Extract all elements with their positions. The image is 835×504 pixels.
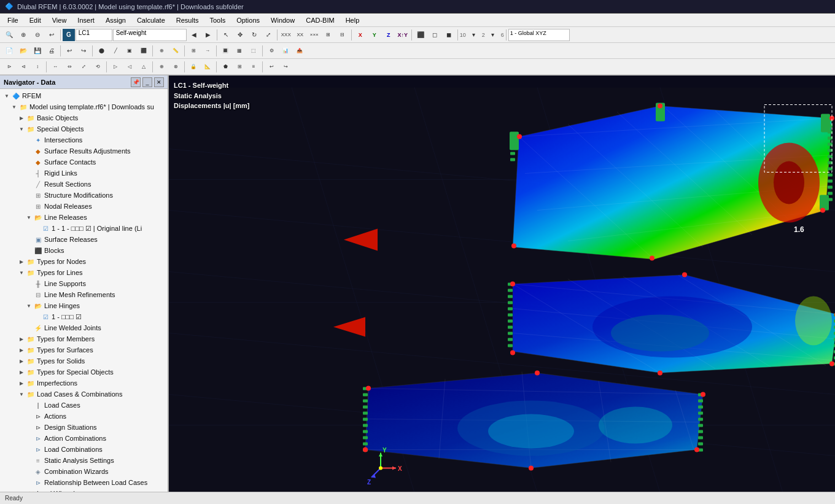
tb2-save[interactable]: 💾: [31, 44, 44, 58]
tree-toggle-imperfections[interactable]: ▶: [17, 379, 26, 387]
menu-item-assign[interactable]: Assign: [101, 15, 131, 25]
tb2-open[interactable]: 📂: [17, 44, 30, 58]
tree-item-surface-results[interactable]: ◆Surface Results Adjustments: [0, 145, 168, 157]
tb2-measure[interactable]: 📏: [169, 44, 182, 58]
tb3-btn11[interactable]: ⊕: [155, 60, 168, 74]
tb3-btn6[interactable]: ⤢: [77, 60, 90, 74]
tree-item-types-nodes[interactable]: ▶📁Types for Nodes: [0, 256, 168, 267]
tree-item-structure-mods[interactable]: ⊞Structure Modifications: [0, 190, 168, 201]
tree-toggle-design-situations[interactable]: [25, 423, 33, 432]
tb2-calc[interactable]: ⚙: [265, 44, 278, 58]
tb-xxx5[interactable]: ⊟: [336, 28, 349, 42]
tree-item-line-hinges[interactable]: ▼📂Line Hinges: [0, 300, 168, 311]
tree-toggle-model[interactable]: ▼: [10, 103, 18, 111]
tb-x-axis[interactable]: X: [354, 28, 367, 42]
tree-toggle-line-releases[interactable]: ▼: [25, 213, 33, 222]
tb-prev-lc[interactable]: ◀: [187, 28, 201, 42]
tree-toggle-load-combinations[interactable]: [25, 445, 33, 454]
tree-toggle-rigid-links[interactable]: [25, 169, 33, 177]
tree-item-types-members[interactable]: ▶📁Types for Members: [0, 333, 168, 344]
tree-item-line-release-1[interactable]: ☑1 - 1 - □□□ ☑ | Original line (Li: [0, 223, 168, 234]
tree-item-load-combinations[interactable]: ⊳Load Combinations: [0, 444, 168, 455]
tree-item-action-combinations[interactable]: ⊳Action Combinations: [0, 433, 168, 444]
tree-item-line-mesh[interactable]: ⊟Line Mesh Refinements: [0, 289, 168, 300]
tb3-btn12[interactable]: ⊗: [169, 60, 182, 74]
tree-toggle-rfem[interactable]: ▼: [2, 91, 11, 100]
tree-item-load-cases-comb[interactable]: ▼📁Load Cases & Combinations: [0, 389, 168, 400]
tb-next-lc[interactable]: ▶: [201, 28, 215, 42]
menu-item-insert[interactable]: Insert: [72, 15, 99, 25]
tree-item-line-hinge-1[interactable]: ☑1 - □□□ ☑: [0, 311, 168, 322]
menu-item-edit[interactable]: Edit: [25, 15, 46, 25]
tree-toggle-structure-mods[interactable]: [25, 191, 33, 200]
tb-undo[interactable]: ↩: [45, 28, 58, 42]
tb3-btn17[interactable]: ≡: [247, 60, 260, 74]
menu-item-results[interactable]: Results: [171, 15, 204, 25]
tb3-btn13[interactable]: 🔒: [187, 60, 200, 74]
menu-item-window[interactable]: Window: [266, 15, 300, 25]
tree-item-combination-wizards[interactable]: ◈Combination Wizards: [0, 466, 168, 477]
tree-item-surface-releases[interactable]: ▣Surface Releases: [0, 234, 168, 245]
viewport[interactable]: 1.6: [169, 76, 835, 504]
tb3-btn10[interactable]: △: [137, 60, 150, 74]
menu-item-help[interactable]: Help: [341, 15, 365, 25]
tb-xxx1[interactable]: XXX: [279, 28, 293, 42]
tree-item-intersections[interactable]: ✦Intersections: [0, 134, 168, 145]
tb-shade[interactable]: ◼: [442, 28, 456, 42]
tb2-disp[interactable]: ⊞: [187, 44, 200, 58]
tb-xy-axis[interactable]: X↑Y: [396, 28, 410, 42]
tree-toggle-surface-contacts[interactable]: [25, 158, 33, 166]
nav-min-btn[interactable]: _: [142, 77, 152, 87]
tb2-redo[interactable]: ↪: [77, 44, 90, 58]
tb3-btn4[interactable]: ↔: [49, 60, 62, 74]
tb3-btn9[interactable]: ◁: [123, 60, 136, 74]
tree-toggle-blocks[interactable]: [25, 246, 33, 255]
tb2-solid[interactable]: ⬛: [137, 44, 150, 58]
tb-zoom-out[interactable]: ⊖: [31, 28, 44, 42]
tree-item-relationship-load[interactable]: ⊳Relationship Between Load Cases: [0, 477, 168, 488]
tb-xxx4[interactable]: ⊞: [322, 28, 335, 42]
tree-toggle-relationship-load[interactable]: [25, 478, 33, 487]
tree-toggle-action-combinations[interactable]: [25, 434, 33, 443]
tree-toggle-surface-results[interactable]: [25, 147, 33, 155]
tb-xxx2[interactable]: XX: [293, 28, 307, 42]
tb3-btn1[interactable]: ⊳: [2, 60, 16, 74]
tree-toggle-line-welded[interactable]: [25, 324, 33, 332]
tb2-undo2[interactable]: ↩: [63, 44, 76, 58]
tb2-new[interactable]: 📄: [2, 44, 16, 58]
tb2-view2[interactable]: ▦: [233, 44, 246, 58]
tree-item-line-welded[interactable]: ⚡Line Welded Joints: [0, 322, 168, 333]
tree-item-model[interactable]: ▼📁Model using template.rf6* | Downloads …: [0, 101, 168, 112]
tree-toggle-actions[interactable]: [25, 412, 33, 421]
tree-toggle-line-hinges[interactable]: ▼: [25, 301, 33, 310]
tree-item-types-lines[interactable]: ▼📁Types for Lines: [0, 267, 168, 278]
lc-name-dropdown[interactable]: Self-weight: [113, 29, 187, 41]
menu-item-options[interactable]: Options: [231, 15, 265, 25]
menu-item-cad-bim[interactable]: CAD-BIM: [301, 15, 339, 25]
tree-toggle-basic-objects[interactable]: ▶: [17, 114, 26, 122]
menu-item-tools[interactable]: Tools: [204, 15, 230, 25]
tree-toggle-types-lines[interactable]: ▼: [17, 268, 26, 277]
tb-wire[interactable]: ◻: [428, 28, 441, 42]
tb-y-axis[interactable]: Y: [368, 28, 381, 42]
tb3-btn15[interactable]: ⬟: [219, 60, 232, 74]
tb2-res[interactable]: 📊: [279, 44, 292, 58]
tb-move[interactable]: ✥: [233, 28, 247, 42]
tree-item-design-situations[interactable]: ⊳Design Situations: [0, 422, 168, 433]
tb-num-ctrl[interactable]: ▾: [467, 28, 481, 42]
tb2-export[interactable]: 📤: [293, 44, 306, 58]
tree-item-blocks[interactable]: ⬛Blocks: [0, 245, 168, 256]
tree-item-surface-contacts[interactable]: ◆Surface Contacts: [0, 157, 168, 168]
tree-toggle-line-mesh[interactable]: [25, 290, 33, 299]
tree-item-types-solids[interactable]: ▶📁Types for Solids: [0, 355, 168, 366]
tree-toggle-types-solids[interactable]: ▶: [17, 357, 26, 365]
tb2-view1[interactable]: 🔳: [219, 44, 232, 58]
tb-zoom-all[interactable]: 🔍: [2, 28, 16, 42]
tree-toggle-types-members[interactable]: ▶: [17, 335, 26, 343]
tb2-snap[interactable]: ⊕: [155, 44, 168, 58]
tree-item-static-analysis[interactable]: ≡Static Analysis Settings: [0, 455, 168, 466]
tree-item-line-supports[interactable]: ╫Line Supports: [0, 278, 168, 289]
tree-toggle-line-release-1[interactable]: [32, 224, 41, 233]
tb2-line[interactable]: ╱: [109, 44, 122, 58]
tb2-surf[interactable]: ▣: [123, 44, 136, 58]
